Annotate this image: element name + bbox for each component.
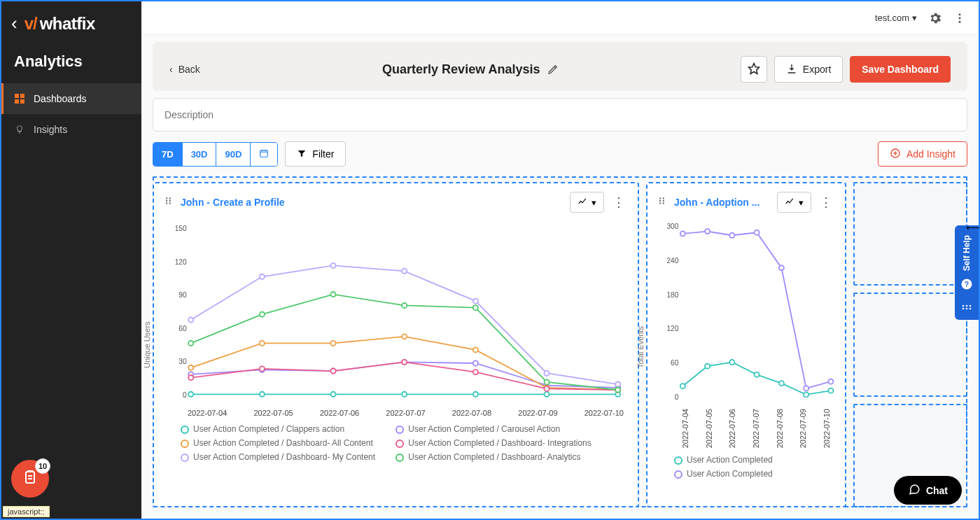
legend-label: User Action Completed [687,469,773,479]
description-input[interactable] [153,98,967,132]
tick-label: 2022-07-06 [320,409,359,417]
self-help-tab[interactable]: Self Help ? [955,225,979,320]
svg-point-12 [166,202,167,204]
legend-item: User Action Completed / Carousel Action [396,424,598,434]
svg-point-93 [962,305,965,307]
legend-swatch [396,454,404,462]
sidebar-top: ‹ v/ whatfix [1,1,141,43]
svg-point-60 [402,303,407,308]
dashboard-icon [14,94,25,104]
y-axis-label: Unique Users [143,321,151,368]
card-title[interactable]: John - Adoption ... [674,197,770,208]
drop-slot[interactable] [853,293,967,396]
svg-point-33 [473,360,478,365]
gear-icon[interactable] [928,11,942,25]
svg-text:180: 180 [666,291,678,299]
svg-point-89 [828,379,833,384]
sidebar-item-insights[interactable]: Insights [1,114,141,145]
chevron-left-icon: ‹ [169,64,173,75]
svg-point-43 [188,375,193,380]
svg-point-13 [169,197,171,199]
add-insight-button[interactable]: Add Insight [878,141,967,167]
legend-item: User Action Completed / Dashboard- Analy… [396,452,598,462]
self-help-label: Self Help [962,235,972,271]
drag-handle-icon[interactable] [164,196,174,209]
account-dropdown[interactable]: test.com ▾ [875,13,917,23]
lightbulb-icon [14,125,25,134]
filter-button[interactable]: Filter [285,141,346,167]
chart-type-dropdown[interactable]: ▾ [570,192,604,213]
svg-point-59 [330,292,335,297]
sidebar-nav: Dashboards Insights [1,83,141,145]
tick-label: 2022-07-09 [799,409,807,448]
x-axis-ticks: 2022-07-042022-07-052022-07-062022-07-07… [654,406,838,448]
tick-label: 2022-07-10 [584,409,624,417]
more-vertical-icon[interactable] [953,12,966,24]
legend-item: User Action Completed / Dashboard- All C… [181,438,383,448]
legend-swatch [674,456,682,465]
chart-type-dropdown[interactable]: ▾ [777,192,811,213]
favorite-button[interactable] [741,56,767,83]
card-more-icon[interactable]: ⋮ [610,195,628,210]
tick-label: 2022-07-09 [518,409,557,417]
svg-text:240: 240 [666,257,678,265]
range-30d[interactable]: 30D [183,143,217,166]
legend-swatch [181,454,189,462]
legend-label: User Action Completed / Dashboard- All C… [193,438,373,448]
tick-label: 2022-07-07 [386,409,425,417]
logo: v/ whatfix [24,14,95,34]
legend-label: User Action Completed / Carousel Action [408,424,560,434]
help-icon: ? [960,278,973,293]
chat-button[interactable]: Chat [894,476,962,505]
drag-handle-icon[interactable] [657,196,667,209]
back-label: Back [178,64,200,75]
back-button[interactable]: ‹ Back [169,64,200,75]
sidebar-title: Analytics [1,43,141,83]
range-custom[interactable] [251,143,277,166]
tick-label: 2022-07-06 [728,409,736,448]
export-label: Export [803,64,831,75]
status-bar: javascript:; [3,506,50,517]
edit-icon[interactable] [547,64,559,75]
svg-point-39 [402,334,407,339]
app-root: ‹ v/ whatfix Analytics Dashboards Insigh… [0,0,980,520]
back-arrow-icon[interactable]: ‹ [11,13,18,34]
svg-text:300: 300 [666,223,678,230]
tasks-badge[interactable]: 10 [11,460,49,498]
save-dashboard-button[interactable]: Save Dashboard [850,56,951,83]
svg-point-53 [402,269,407,274]
title-text: Quarterly Review Analysis [382,62,540,77]
svg-text:30: 30 [178,358,187,365]
card-more-icon[interactable]: ⋮ [817,195,835,210]
svg-point-79 [755,372,760,377]
tick-label: 2022-07-04 [681,409,690,448]
svg-text:90: 90 [178,291,187,299]
add-insight-label: Add Insight [906,148,955,160]
page-title: Quarterly Review Analysis [209,62,732,77]
insight-card-profile: John - Create a Profile ▾ ⋮ Unique Users… [153,182,639,507]
svg-point-6 [959,20,961,22]
svg-point-96 [962,308,965,310]
chart-body: Unique Users 0306090120150 2022-07-04202… [154,221,638,506]
chart-svg: 060120180240300 [654,221,838,403]
export-button[interactable]: Export [774,56,843,83]
svg-point-87 [779,265,784,270]
card-title[interactable]: John - Create a Profile [181,197,563,208]
svg-text:0: 0 [183,391,187,399]
sidebar-item-dashboards[interactable]: Dashboards [1,83,141,114]
svg-point-52 [330,263,335,268]
range-7d[interactable]: 7D [153,143,183,166]
legend-item: User Action Completed / Dashboard- Integ… [396,438,598,448]
svg-point-63 [615,387,620,392]
chart-body: Total Events 060120180240300 2022-07-042… [648,221,845,506]
star-icon [748,62,760,77]
range-90d[interactable]: 90D [216,143,251,166]
svg-point-50 [188,318,193,323]
clipboard-icon [22,469,38,489]
filter-label: Filter [312,148,334,160]
legend-label: User Action Completed / Clappers action [193,424,344,434]
tick-label: 2022-07-08 [776,409,784,448]
drop-slot[interactable] [853,182,967,286]
svg-point-85 [729,233,734,238]
svg-point-56 [615,382,620,387]
